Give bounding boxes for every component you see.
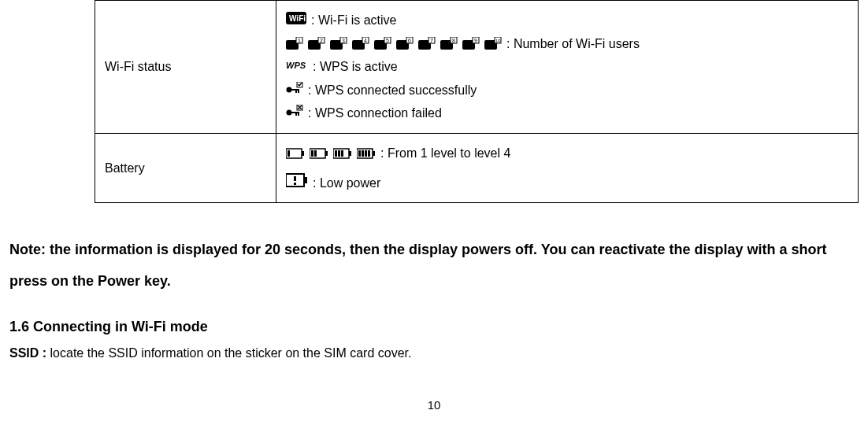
svg-text:5: 5 [386, 38, 389, 43]
battery-low-icon [286, 173, 308, 194]
text: : Low power [313, 173, 380, 194]
table-row: Battery : From 1 level to level 4 : L [95, 133, 859, 202]
svg-text:8: 8 [452, 38, 455, 43]
svg-rect-40 [295, 112, 297, 116]
battery-level-icons [286, 148, 376, 159]
battery-2-icon [310, 148, 328, 159]
ssid-line: SSID : locate the SSID information on th… [8, 346, 860, 360]
svg-rect-60 [368, 150, 370, 157]
wifi-user-10-icon: 10 [484, 37, 502, 50]
wifi-user-4-icon: 4 [352, 37, 369, 50]
ssid-text: locate the SSID information on the stick… [50, 346, 412, 360]
note-text: Note: the information is displayed for 2… [8, 235, 860, 297]
svg-rect-44 [302, 151, 304, 156]
svg-rect-57 [358, 150, 361, 157]
battery-3-icon [333, 148, 352, 159]
document-page: Wi-Fi status WiFi : Wi-Fi is active 1 2 … [0, 0, 868, 412]
wifi-user-icons: 1 2 3 4 5 6 7 8 9 10 [286, 37, 502, 50]
svg-rect-56 [373, 151, 375, 156]
svg-text:7: 7 [430, 38, 433, 43]
svg-rect-63 [294, 176, 296, 181]
row-label-wifi: Wi-Fi status [95, 1, 276, 134]
wifi-user-5-icon: 5 [374, 37, 391, 50]
svg-rect-48 [311, 150, 313, 157]
svg-rect-41 [298, 112, 299, 116]
svg-rect-34 [291, 89, 299, 91]
page-number: 10 [8, 398, 860, 412]
text: : Wi-Fi is active [311, 10, 396, 31]
wifi-user-8-icon: 8 [440, 37, 458, 50]
battery-4-icon [357, 148, 376, 159]
svg-rect-64 [294, 183, 296, 185]
svg-rect-54 [341, 150, 343, 157]
svg-rect-47 [325, 151, 328, 156]
table-row: Wi-Fi status WiFi : Wi-Fi is active 1 2 … [95, 1, 859, 134]
svg-rect-35 [295, 89, 297, 93]
wifi-user-9-icon: 9 [462, 37, 480, 50]
svg-text:1: 1 [298, 38, 301, 43]
ssid-label: SSID : [9, 346, 50, 360]
svg-rect-58 [362, 150, 364, 157]
row-label-battery: Battery [95, 133, 276, 202]
svg-text:4: 4 [364, 38, 367, 43]
svg-text:2: 2 [320, 38, 323, 43]
wps-active-line: WPS : WPS is active [286, 57, 848, 77]
status-table: Wi-Fi status WiFi : Wi-Fi is active 1 2 … [95, 0, 859, 203]
svg-rect-62 [304, 177, 307, 183]
text: : WPS connected successfully [308, 80, 477, 101]
svg-rect-45 [287, 150, 290, 157]
section-heading: 1.6 Connecting in Wi-Fi mode [8, 319, 860, 335]
wifi-user-3-icon: 3 [330, 37, 347, 50]
svg-text:WiFi: WiFi [289, 14, 306, 23]
svg-text:WPS: WPS [286, 61, 306, 70]
wifi-icon: WiFi [286, 10, 306, 31]
wifi-user-6-icon: 6 [396, 37, 414, 50]
battery-levels-line: : From 1 level to level 4 [286, 143, 848, 164]
svg-rect-39 [291, 112, 299, 113]
svg-rect-52 [335, 150, 337, 157]
wps-failed-line: : WPS connection failed [286, 103, 848, 124]
text: : WPS is active [313, 57, 398, 77]
svg-point-33 [287, 87, 292, 92]
text: : Number of Wi-Fi users [506, 34, 640, 54]
svg-rect-53 [338, 150, 340, 157]
row-content-wifi: WiFi : Wi-Fi is active 1 2 3 4 5 6 7 8 9 [276, 1, 859, 134]
wps-connected-icon [286, 80, 303, 101]
wps-icon: WPS [286, 57, 308, 77]
svg-text:9: 9 [474, 38, 477, 43]
battery-low-line: : Low power [286, 173, 848, 194]
svg-rect-49 [314, 150, 317, 157]
svg-text:6: 6 [408, 38, 411, 43]
text: : WPS connection failed [308, 103, 442, 124]
wps-connected-line: : WPS connected successfully [286, 80, 848, 101]
wifi-user-7-icon: 7 [418, 37, 436, 50]
row-content-battery: : From 1 level to level 4 : Low power [276, 133, 859, 202]
svg-rect-59 [365, 150, 367, 157]
wifi-user-2-icon: 2 [308, 37, 325, 50]
wifi-user-1-icon: 1 [286, 37, 303, 50]
wps-failed-icon [286, 103, 303, 124]
svg-text:10: 10 [495, 39, 501, 43]
text: : From 1 level to level 4 [380, 143, 510, 164]
svg-point-38 [287, 110, 292, 116]
svg-rect-51 [349, 151, 351, 156]
wifi-active-line: WiFi : Wi-Fi is active [286, 10, 848, 31]
svg-text:3: 3 [342, 38, 345, 43]
svg-rect-36 [298, 89, 299, 93]
wifi-users-line: 1 2 3 4 5 6 7 8 9 10 : Number of Wi-Fi u… [286, 34, 848, 54]
battery-1-icon [286, 148, 305, 159]
